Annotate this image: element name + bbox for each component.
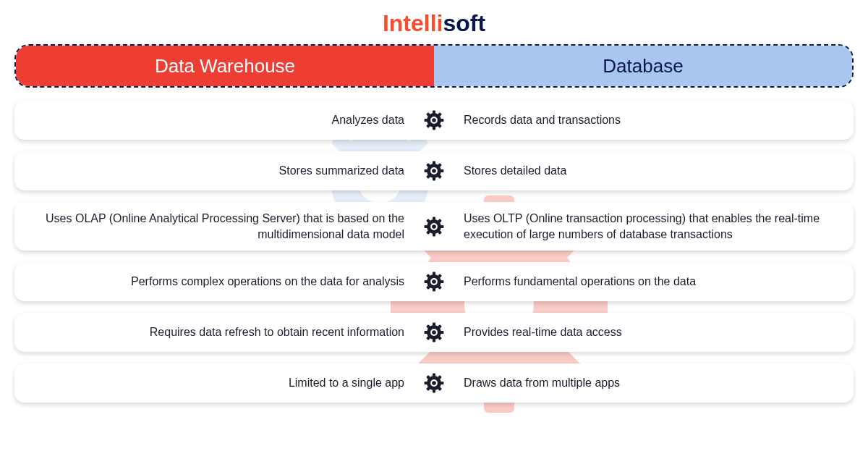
svg-point-59	[432, 279, 436, 284]
svg-rect-28	[433, 161, 435, 165]
svg-rect-52	[425, 280, 428, 283]
svg-point-48	[432, 224, 436, 229]
warehouse-cell: Uses OLAP (Online Analytical Processing …	[30, 211, 423, 242]
svg-rect-75	[441, 382, 444, 384]
svg-rect-72	[433, 374, 435, 377]
svg-rect-62	[433, 339, 435, 342]
comparison-row: Uses OLAP (Online Analytical Processing …	[14, 202, 854, 251]
database-cell: Records data and transactions	[445, 112, 838, 128]
gear-icon	[423, 160, 445, 182]
database-cell: Provides real-time data access	[445, 324, 838, 340]
comparison-row: Analyzes data Records data and transacti…	[14, 101, 854, 140]
comparison-row: Requires data refresh to obtain recent i…	[14, 313, 854, 352]
comparison-rows: Analyzes data Records data and transacti…	[14, 101, 854, 403]
comparison-header: Data Warehouse Database	[14, 44, 854, 88]
database-cell: Performs fundamental operations on the d…	[445, 274, 838, 290]
logo-part-2: soft	[443, 10, 485, 36]
comparison-row: Limited to a single app Draws data from …	[14, 363, 854, 403]
brand-logo: Intellisoft	[14, 10, 854, 37]
gear-icon	[423, 216, 445, 237]
svg-rect-64	[441, 331, 444, 334]
svg-rect-18	[433, 127, 435, 130]
svg-rect-63	[425, 331, 428, 334]
database-cell: Stores detailed data	[445, 163, 838, 179]
svg-rect-41	[425, 224, 428, 227]
database-cell: Draws data from multiple apps	[445, 375, 838, 391]
header-data-warehouse: Data Warehouse	[16, 46, 434, 86]
comparison-row: Stores summarized data Stores detailed d…	[14, 151, 854, 190]
svg-rect-40	[433, 232, 435, 236]
svg-rect-73	[433, 390, 435, 393]
svg-rect-74	[425, 382, 428, 384]
database-cell: Uses OLTP (Online transaction processing…	[445, 211, 838, 242]
svg-rect-20	[441, 119, 444, 122]
warehouse-cell: Analyzes data	[30, 112, 423, 128]
gear-icon	[423, 271, 445, 293]
svg-rect-19	[425, 119, 428, 122]
svg-point-26	[432, 118, 436, 122]
gear-icon	[423, 372, 445, 394]
svg-rect-29	[433, 177, 435, 181]
warehouse-cell: Limited to a single app	[30, 375, 423, 391]
header-database: Database	[434, 46, 852, 86]
svg-rect-30	[425, 169, 428, 172]
svg-rect-53	[441, 280, 444, 283]
svg-rect-51	[433, 288, 435, 292]
warehouse-cell: Stores summarized data	[30, 163, 423, 179]
warehouse-cell: Performs complex operations on the data …	[30, 274, 423, 290]
logo-part-1: Intelli	[383, 10, 443, 36]
svg-rect-61	[433, 323, 435, 327]
warehouse-cell: Requires data refresh to obtain recent i…	[30, 324, 423, 340]
svg-rect-50	[433, 272, 435, 276]
gear-icon	[423, 321, 445, 343]
gear-icon	[423, 109, 445, 131]
svg-rect-39	[433, 217, 435, 220]
comparison-row: Performs complex operations on the data …	[14, 262, 854, 301]
svg-rect-42	[441, 224, 444, 227]
svg-point-81	[432, 381, 436, 385]
svg-rect-17	[433, 111, 435, 114]
svg-rect-31	[441, 169, 444, 172]
svg-point-70	[432, 330, 436, 335]
svg-point-37	[432, 169, 436, 173]
